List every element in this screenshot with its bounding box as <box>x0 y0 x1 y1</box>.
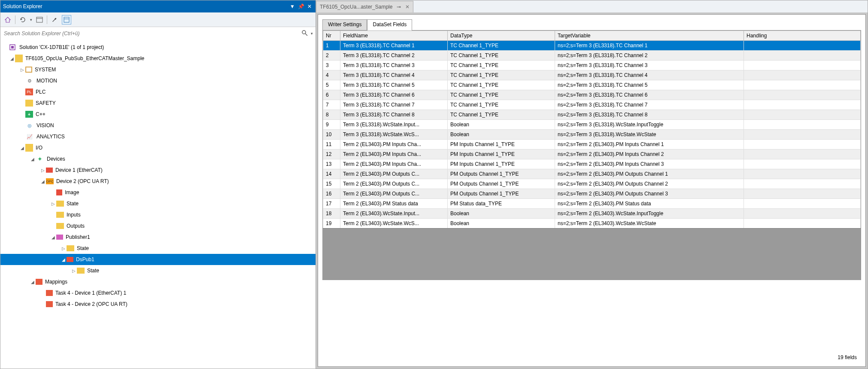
cell: 11 <box>323 140 340 149</box>
col-handling[interactable]: Handling <box>744 31 861 41</box>
tree-node-device1[interactable]: ▷ Device 1 (EtherCAT) <box>0 165 316 176</box>
tree-node-plc[interactable]: ▷PL PLC <box>0 86 316 98</box>
cell: TC Channel 1_TYPE <box>448 70 555 80</box>
pin-icon[interactable]: ⊸ <box>397 4 401 10</box>
cell <box>744 90 861 100</box>
table-row[interactable]: 15Term 2 (EL3403).PM Outputs C...PM Outp… <box>323 179 861 189</box>
cell <box>744 61 861 70</box>
solution-label: Solution 'CX-1D7B1E' (1 of 1 project) <box>18 44 104 50</box>
col-datatype[interactable]: DataType <box>448 31 555 41</box>
table-row[interactable]: 2Term 3 (EL3318).TC Channel 2TC Channel … <box>323 51 861 61</box>
table-row[interactable]: 11Term 2 (EL3403).PM Inputs Cha...PM Inp… <box>323 140 861 149</box>
cell <box>744 80 861 90</box>
cell: ns=2;s=Term 2 (EL3403).PM Inputs Channel… <box>555 159 744 169</box>
table-row[interactable]: 7Term 3 (EL3318).TC Channel 7TC Channel … <box>323 100 861 110</box>
home-icon[interactable] <box>3 15 12 24</box>
cell: TC Channel 1_TYPE <box>448 80 555 90</box>
tree-node-task4a[interactable]: ▷ Task 4 - Device 1 (EtherCAT) 1 <box>0 287 316 299</box>
dropdown-icon[interactable]: ▼ <box>289 3 296 10</box>
table-row[interactable]: 8Term 3 (EL3318).TC Channel 8TC Channel … <box>323 110 861 120</box>
tree-node-safety[interactable]: ▷ SAFETY <box>0 98 316 109</box>
tree-node-system[interactable]: ▷ SYSTEM <box>0 64 316 75</box>
col-nr[interactable]: Nr <box>323 31 340 41</box>
refresh-icon[interactable] <box>18 15 27 24</box>
table-row[interactable]: 10Term 3 (EL3318).WcState.WcS...Booleann… <box>323 130 861 140</box>
tree-node-state-3[interactable]: ▷ State <box>0 265 316 276</box>
cell: Term 3 (EL3318).TC Channel 4 <box>340 70 448 80</box>
col-fieldname[interactable]: FieldName <box>340 31 448 41</box>
tree-node-motion[interactable]: ▷⚙ MOTION <box>0 75 316 86</box>
close-tab-icon[interactable]: ✕ <box>405 4 410 10</box>
table-row[interactable]: 12Term 2 (EL3403).PM Inputs Cha...PM Inp… <box>323 149 861 159</box>
tree-node-state-1[interactable]: ▷ State <box>0 198 316 209</box>
tree-node-device2[interactable]: ◢OPC Device 2 (OPC UA RT) <box>0 176 316 187</box>
tree-node-cpp[interactable]: ▷+ C++ <box>0 109 316 120</box>
tree-node-io[interactable]: ◢ I/O <box>0 142 316 153</box>
cell: ns=2;s=Term 2 (EL3403).PM Status data <box>555 199 744 209</box>
pin-icon[interactable]: 📌 <box>297 3 304 10</box>
search-icon[interactable] <box>301 30 309 37</box>
cell: TC Channel 1_TYPE <box>448 51 555 61</box>
tree-node-devices[interactable]: ◢✦ Devices <box>0 153 316 165</box>
search-bar: ▾ <box>0 27 316 40</box>
table-row[interactable]: 1Term 3 (EL3318).TC Channel 1TC Channel … <box>323 41 861 51</box>
cell: ns=2;s=Term 3 (EL3318).TC Channel 6 <box>555 90 744 100</box>
tree-node-image[interactable]: ▷ Image <box>0 187 316 198</box>
tree-node-analytics[interactable]: ▷📈 ANALYTICS <box>0 131 316 142</box>
solution-tree: ▸ Solution 'CX-1D7B1E' (1 of 1 project) … <box>0 40 316 369</box>
project-node[interactable]: ◢ TF6105_OpcUa_PubSub_EtherCATMaster_Sam… <box>0 53 316 64</box>
col-targetvariable[interactable]: TargetVariable <box>555 31 744 41</box>
tree-node-mappings[interactable]: ◢ Mappings <box>0 276 316 287</box>
cell: PM Inputs Channel 1_TYPE <box>448 149 555 159</box>
project-label: TF6105_OpcUa_PubSub_EtherCATMaster_Sampl… <box>24 55 144 61</box>
cell: 18 <box>323 209 340 219</box>
properties-icon[interactable] <box>62 15 71 24</box>
table-row[interactable]: 4Term 3 (EL3318).TC Channel 4TC Channel … <box>323 70 861 80</box>
table-row[interactable]: 3Term 3 (EL3318).TC Channel 3TC Channel … <box>323 61 861 70</box>
table-row[interactable]: 5Term 3 (EL3318).TC Channel 5TC Channel … <box>323 80 861 90</box>
table-row[interactable]: 16Term 2 (EL3403).PM Outputs C...PM Outp… <box>323 189 861 199</box>
table-row[interactable]: 19Term 2 (EL3403).WcState.WcS...Booleann… <box>323 219 861 229</box>
status-field-count: 19 fields <box>322 353 861 362</box>
collapse-icon[interactable] <box>35 15 44 24</box>
tree-node-dspub1[interactable]: ◢ DsPub1 <box>0 254 316 265</box>
grid-header-row: Nr FieldName DataType TargetVariable Han… <box>323 31 861 41</box>
solution-node[interactable]: ▸ Solution 'CX-1D7B1E' (1 of 1 project) <box>0 42 316 53</box>
cell: PM Inputs Channel 1_TYPE <box>448 159 555 169</box>
cell: PM Outputs Channel 1_TYPE <box>448 169 555 179</box>
cell: Term 2 (EL3403).PM Status data <box>340 199 448 209</box>
cell: Term 3 (EL3318).WcState.WcS... <box>340 130 448 140</box>
search-dropdown-icon[interactable]: ▾ <box>309 31 313 36</box>
table-row[interactable]: 18Term 2 (EL3403).WcState.Input...Boolea… <box>323 209 861 219</box>
cell: TC Channel 1_TYPE <box>448 90 555 100</box>
cell: ns=2;s=Term 3 (EL3318).WcState.WcState <box>555 130 744 140</box>
tree-node-inputs[interactable]: ▷ Inputs <box>0 209 316 220</box>
document-tab[interactable]: TF6105_OpcUa...aster_Sample ⊸ ✕ <box>316 1 413 12</box>
cell: 14 <box>323 169 340 179</box>
tab-dataset-fields[interactable]: DataSet Fields <box>367 19 412 30</box>
tree-node-outputs[interactable]: ▷ Outputs <box>0 220 316 232</box>
table-row[interactable]: 6Term 3 (EL3318).TC Channel 6TC Channel … <box>323 90 861 100</box>
mappings-icon <box>36 279 42 285</box>
tree-node-vision[interactable]: ▷◎ VISION <box>0 120 316 131</box>
folder-icon <box>67 245 74 251</box>
close-icon[interactable]: ✕ <box>306 3 313 10</box>
cell: ns=2;s=Term 3 (EL3318).TC Channel 8 <box>555 110 744 120</box>
cell <box>744 120 861 130</box>
table-row[interactable]: 17Term 2 (EL3403).PM Status dataPM Statu… <box>323 199 861 209</box>
chevron-down-icon[interactable]: ▾ <box>30 18 32 22</box>
search-input[interactable] <box>3 30 301 37</box>
tab-writer-settings[interactable]: Writer Settings <box>322 19 367 30</box>
io-icon <box>25 144 33 152</box>
cell: Term 3 (EL3318).TC Channel 6 <box>340 90 448 100</box>
tree-node-task4b[interactable]: ▷ Task 4 - Device 2 (OPC UA RT) <box>0 299 316 310</box>
table-row[interactable]: 13Term 2 (EL3403).PM Inputs Cha...PM Inp… <box>323 159 861 169</box>
svg-point-6 <box>302 30 306 34</box>
ethercat-icon <box>46 168 53 173</box>
tree-node-state-2[interactable]: ▷ State <box>0 243 316 254</box>
table-row[interactable]: 14Term 2 (EL3403).PM Outputs C...PM Outp… <box>323 169 861 179</box>
wrench-icon[interactable] <box>50 15 59 24</box>
table-row[interactable]: 9Term 3 (EL3318).WcState.Input...Boolean… <box>323 120 861 130</box>
tree-node-publisher1[interactable]: ◢ Publisher1 <box>0 232 316 243</box>
cell <box>744 51 861 61</box>
